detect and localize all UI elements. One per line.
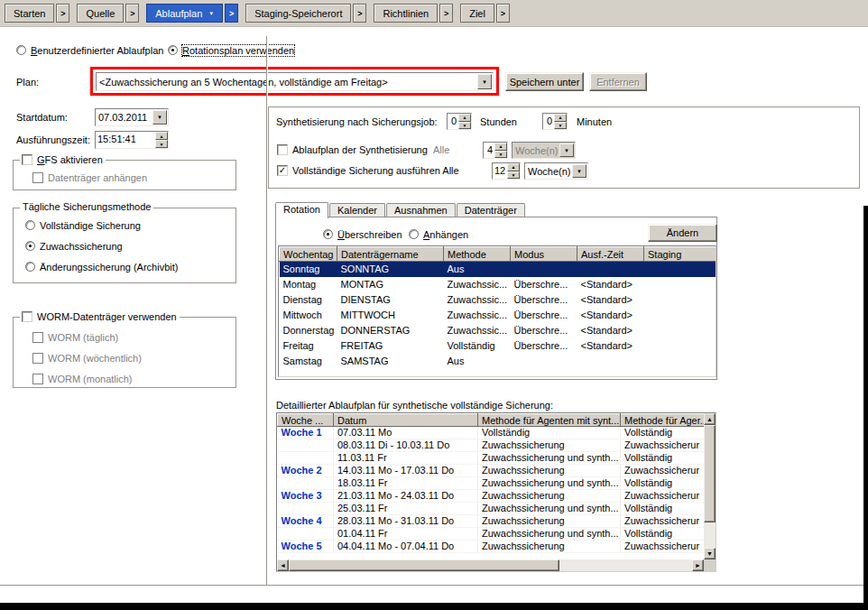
full-backup-interval-unit-select[interactable]: Woche(n) ▼ — [524, 162, 588, 180]
vertical-scrollbar[interactable]: ▲ ▼ — [704, 413, 716, 559]
table-row[interactable]: 08.03.11 Di - 10.03.11 DoZuwachssicherun… — [278, 439, 706, 452]
dropdown-arrow-icon[interactable]: ▼ — [152, 110, 167, 125]
spin-up-icon[interactable]: ▲ — [155, 132, 168, 140]
scroll-left-button[interactable]: ◄ — [277, 559, 289, 571]
synthesis-interval-unit-select[interactable]: Woche(n) ▼ — [512, 142, 576, 159]
wizard-tab-richtlinien[interactable]: Richtlinien > — [374, 4, 453, 23]
spin-up-icon[interactable]: ▲ — [554, 114, 567, 122]
spin-down-icon[interactable]: ▼ — [458, 122, 471, 130]
radio-differential-backup[interactable]: Änderungssicherung (Archivbit) — [25, 261, 178, 273]
column-header-datentraegername[interactable]: Datenträgername — [337, 247, 444, 262]
chevron-right-icon[interactable]: > — [439, 4, 453, 23]
dropdown-arrow-icon[interactable]: ▼ — [572, 164, 586, 178]
table-row[interactable]: DienstagDIENSTAGZuwachssic...Überschre..… — [280, 292, 717, 308]
horizontal-scrollbar[interactable]: ◄ ► — [277, 559, 704, 571]
save-as-button[interactable]: Speichern unter — [505, 72, 584, 91]
worm-monthly-checkbox[interactable]: WORM (monatlich) — [32, 373, 133, 384]
tab-kalender[interactable]: Kalender — [329, 203, 385, 217]
wizard-tab-ziel[interactable]: Ziel > — [460, 4, 510, 23]
table-cell: Vollständig — [621, 452, 706, 465]
chevron-right-icon[interactable]: > — [125, 4, 139, 23]
worm-weekly-checkbox[interactable]: WORM (wöchentlich) — [32, 352, 142, 364]
table-row[interactable]: MontagMONTAGZuwachssic...Überschre...<St… — [280, 277, 717, 292]
spin-up-icon[interactable]: ▲ — [458, 114, 471, 122]
column-header-methode[interactable]: Methode — [444, 247, 511, 262]
change-button[interactable]: Ändern — [648, 224, 717, 242]
table-cell: Woche 4 — [278, 515, 334, 528]
radio-full-backup[interactable]: Vollständige Sicherung — [25, 219, 141, 231]
synthesis-hours-spinner[interactable]: 0 ▲ ▼ — [447, 113, 472, 130]
spin-down-icon[interactable]: ▼ — [494, 151, 507, 159]
horizontal-scrollbar-thumb[interactable] — [289, 559, 559, 571]
wizard-tab-ablaufplan[interactable]: Ablaufplan ▼ > — [146, 4, 238, 23]
table-row[interactable]: FreitagFREITAGVollständigÜberschre...<St… — [280, 338, 717, 354]
spin-up-icon[interactable]: ▲ — [507, 163, 520, 171]
radio-rotation-plan[interactable]: Rotationsplan verwenden — [168, 44, 294, 56]
radio-append[interactable]: Anhängen — [409, 228, 468, 240]
radio-incremental-backup[interactable]: Zuwachssicherung — [25, 240, 123, 252]
chevron-right-icon[interactable]: > — [496, 4, 510, 23]
table-cell: Mittwoch — [280, 308, 337, 323]
synthesis-interval-spinner[interactable]: 4 ▲ ▼ — [483, 142, 508, 159]
spin-down-icon[interactable]: ▼ — [155, 140, 168, 148]
column-header-staging[interactable]: Staging — [644, 247, 717, 262]
table-row[interactable]: 25.03.11 FrZuwachssicherung und synth...… — [278, 503, 706, 515]
radio-label: Vollständige Sicherung — [40, 220, 141, 231]
worm-daily-checkbox[interactable]: WORM (täglich) — [32, 331, 118, 343]
table-cell: Zuwachssicherung — [478, 515, 621, 528]
table-row[interactable]: SonntagSONNTAGAus — [280, 262, 717, 277]
column-header-woche[interactable]: Woche ... — [278, 414, 334, 427]
table-row[interactable]: Woche 321.03.11 Mo - 24.03.11 DoZuwachss… — [278, 490, 706, 503]
table-row[interactable]: Woche 504.04.11 Mo - 07.04.11 DoZuwachss… — [278, 541, 706, 553]
table-row[interactable]: DonnerstagDONNERSTAGZuwachssic...Übersch… — [280, 323, 717, 338]
table-cell: 28.03.11 Mo - 31.03.11 Do — [334, 515, 478, 528]
spin-down-icon[interactable]: ▼ — [507, 171, 520, 180]
table-row[interactable]: 18.03.11 FrZuwachssicherung und synth...… — [278, 477, 706, 490]
full-backup-checkbox[interactable]: ✓ Vollständige Sicherung ausführen Alle — [277, 164, 459, 176]
wizard-tab-starten[interactable]: Starten > — [5, 4, 69, 23]
gfs-checkbox[interactable]: GFS aktivieren — [20, 153, 106, 165]
synthesis-minutes-spinner[interactable]: 0 ▲ ▼ — [542, 113, 568, 130]
column-header-methode-ager[interactable]: Methode für Ager... — [621, 414, 706, 427]
table-row[interactable]: MittwochMITTWOCHZuwachssic...Überschre..… — [280, 308, 717, 323]
radio-overwrite[interactable]: Überschreiben — [323, 228, 402, 240]
spin-down-icon[interactable]: ▼ — [554, 122, 567, 130]
column-header-methode-agenten-synt[interactable]: Methode für Agenten mit synt... — [478, 414, 621, 427]
chevron-right-icon[interactable]: > — [353, 4, 366, 23]
scroll-down-button[interactable]: ▼ — [704, 548, 716, 559]
chevron-right-icon[interactable]: > — [56, 4, 69, 23]
table-cell: 21.03.11 Mo - 24.03.11 Do — [334, 490, 478, 503]
tab-ausnahmen[interactable]: Ausnahmen — [386, 203, 456, 217]
column-header-wochentag[interactable]: Wochentag — [280, 247, 337, 262]
chevron-right-icon[interactable]: > — [225, 4, 238, 23]
gfs-append-media-checkbox[interactable]: Datenträger anhängen — [32, 171, 147, 183]
column-header-datum[interactable]: Datum — [334, 414, 478, 427]
scroll-right-button[interactable]: ► — [692, 559, 704, 571]
tab-datentraeger[interactable]: Datenträger — [457, 203, 525, 217]
wizard-tab-quelle[interactable]: Quelle > — [77, 4, 139, 23]
table-row[interactable]: 11.03.11 FrZuwachssicherung und synth...… — [278, 452, 706, 465]
table-row[interactable]: 01.04.11 FrZuwachssicherung und synth...… — [278, 528, 706, 541]
table-row[interactable]: Woche 214.03.11 Mo - 17.03.11 DoZuwachss… — [278, 465, 706, 477]
column-header-ausf-zeit[interactable]: Ausf.-Zeit — [577, 247, 644, 262]
radio-custom-schedule[interactable]: Benutzerdefinierter Ablaufplan — [16, 44, 163, 56]
spin-up-icon[interactable]: ▲ — [494, 143, 507, 151]
column-header-modus[interactable]: Modus — [511, 247, 577, 262]
scroll-up-button[interactable]: ▲ — [704, 413, 716, 425]
table-row[interactable]: Woche 107.03.11 MoVollständigVollständig — [278, 427, 706, 439]
synthesis-schedule-checkbox[interactable]: Ablaufplan der Synthetisierung — [277, 143, 428, 155]
start-date-picker[interactable]: 07.03.2011 ▼ — [95, 108, 169, 126]
tab-rotation[interactable]: Rotation — [275, 202, 328, 218]
table-row[interactable]: SamstagSAMSTAGAus — [280, 354, 717, 369]
table-row[interactable]: Woche 428.03.11 Mo - 31.03.11 DoZuwachss… — [278, 515, 706, 528]
vertical-scrollbar-thumb[interactable] — [704, 425, 716, 522]
remove-button[interactable]: Entfernen — [589, 72, 647, 91]
full-backup-interval-spinner[interactable]: 12 ▲ ▼ — [492, 162, 521, 180]
dropdown-arrow-icon[interactable]: ▼ — [477, 74, 492, 89]
wizard-tab-staging-speicherort[interactable]: Staging-Speicherort > — [245, 4, 366, 23]
execution-time-spinner[interactable]: 15:51:41 ▲ ▼ — [95, 131, 169, 149]
table-cell: Zuwachssic... — [444, 277, 511, 292]
dropdown-arrow-icon[interactable]: ▼ — [559, 143, 574, 157]
worm-checkbox[interactable]: WORM-Datenträger verwenden — [20, 310, 180, 322]
plan-select[interactable]: <Zuwachssicherung an 5 Wochentagen, voll… — [96, 72, 494, 91]
